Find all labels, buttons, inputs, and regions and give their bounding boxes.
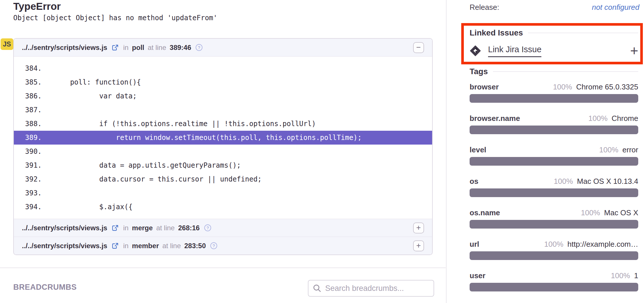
tag-distribution-bar[interactable] xyxy=(470,220,638,229)
search-icon xyxy=(312,284,322,293)
tag-row: url 100% http://example.com… xyxy=(470,240,638,271)
frame-line-number: 389:46 xyxy=(170,44,191,52)
active-frame-header: ../../sentry/scripts/views.js in poll at… xyxy=(14,39,432,57)
tag-distribution-bar[interactable] xyxy=(470,157,638,166)
section-divider xyxy=(0,268,446,268)
line-number-gutter: 390. xyxy=(14,145,41,158)
link-jira-row: Link Jira Issue + xyxy=(470,43,638,59)
tags-heading: Tags xyxy=(470,67,638,76)
tag-percent: 100% xyxy=(553,83,572,91)
tag-value: Mac OS X xyxy=(604,208,638,217)
expand-frame-button[interactable]: + xyxy=(413,222,424,233)
error-type-title: TypeError xyxy=(13,1,61,12)
tags-heading-label: Tags xyxy=(470,67,488,76)
tag-row: os 100% Mac OS X 10.13.4 xyxy=(470,177,638,208)
tag-key-link[interactable]: user xyxy=(470,271,485,280)
tag-key-link[interactable]: os xyxy=(470,177,478,186)
tag-row: browser 100% Chrome 65.0.3325 xyxy=(470,83,638,114)
frame-line-number: 268:16 xyxy=(178,224,200,232)
frame-in-label: in xyxy=(123,242,129,250)
collapsed-frame[interactable]: ../../sentry/scripts/views.js in member … xyxy=(14,237,432,255)
file-path-link[interactable]: ../../sentry/scripts/views.js xyxy=(22,224,107,232)
line-number-gutter: 385. xyxy=(14,75,41,89)
tag-percent: 100% xyxy=(581,208,600,217)
frame-atline-label: at line xyxy=(156,224,175,232)
help-icon[interactable]: ? xyxy=(195,44,203,51)
sidebar: Release: not configured Linked Issues Li… xyxy=(446,0,644,303)
frame-function-name: poll xyxy=(132,44,144,52)
code-line: 394. $.ajax({ xyxy=(14,200,432,214)
help-icon[interactable]: ? xyxy=(204,224,212,232)
error-message: Object [object Object] has no method 'up… xyxy=(13,14,217,22)
tag-percent: 100% xyxy=(544,240,564,249)
code-line: 385. poll: function(){ xyxy=(14,75,432,89)
link-jira-issue-link[interactable]: Link Jira Issue xyxy=(488,45,541,57)
external-link-icon[interactable] xyxy=(111,224,119,232)
frame-function-name: merge xyxy=(132,224,153,232)
frame-atline-label: at line xyxy=(148,44,166,52)
help-icon[interactable]: ? xyxy=(210,242,218,250)
linked-issues-heading-label: Linked Issues xyxy=(470,28,523,38)
line-number-gutter: 394. xyxy=(14,200,41,214)
frame-function-name: member xyxy=(132,242,159,250)
tag-value: Mac OS X 10.13.4 xyxy=(577,177,638,186)
tag-value: Chrome xyxy=(612,114,638,123)
release-label: Release: xyxy=(470,3,499,12)
tag-distribution-bar[interactable] xyxy=(470,94,638,103)
tag-key-link[interactable]: url xyxy=(470,240,479,249)
code-text: data = app.utils.getQueryParams(); xyxy=(41,158,241,172)
add-linked-issue-button[interactable]: + xyxy=(630,44,638,58)
expand-frame-button[interactable]: + xyxy=(413,240,424,251)
breadcrumbs-search-box[interactable] xyxy=(308,280,434,297)
collapse-frame-button[interactable]: − xyxy=(413,42,424,53)
stacktrace-frame-card: ../../sentry/scripts/views.js in poll at… xyxy=(13,38,433,255)
file-path-link[interactable]: ../../sentry/scripts/views.js xyxy=(22,44,107,52)
svg-text:?: ? xyxy=(198,45,200,50)
tag-distribution-bar[interactable] xyxy=(470,283,638,291)
tag-key-link[interactable]: browser.name xyxy=(470,114,520,123)
release-not-configured-link[interactable]: not configured xyxy=(592,3,639,12)
tag-percent: 100% xyxy=(599,145,619,154)
tag-row: level 100% error xyxy=(470,145,638,177)
tags-list: browser 100% Chrome 65.0.3325 browser.na… xyxy=(470,83,638,303)
code-line: 391. data = app.utils.getQueryParams(); xyxy=(14,158,432,172)
code-text: $.ajax({ xyxy=(41,200,133,214)
tag-value: http://example.com… xyxy=(567,240,638,249)
linked-issues-heading: Linked Issues xyxy=(470,28,638,38)
code-context: 384. 385. poll: function(){ 386. var dat… xyxy=(14,57,432,219)
frame-in-label: in xyxy=(123,224,129,232)
breadcrumbs-search-input[interactable] xyxy=(325,284,430,293)
frame-atline-label: at line xyxy=(162,242,181,250)
line-number-gutter: 392. xyxy=(14,172,41,186)
line-number-gutter: 393. xyxy=(14,186,41,200)
line-number-gutter: 391. xyxy=(14,158,41,172)
breadcrumbs-heading: BREADCRUMBS xyxy=(13,283,77,292)
tag-percent: 100% xyxy=(611,271,630,280)
tag-percent: 100% xyxy=(554,177,573,186)
platform-js-badge: JS xyxy=(1,38,13,50)
code-line: 386. var data; xyxy=(14,89,432,103)
tag-distribution-bar[interactable] xyxy=(470,188,638,197)
code-line: 393. xyxy=(14,186,432,200)
line-number-gutter: 386. xyxy=(14,89,41,103)
external-link-icon[interactable] xyxy=(111,242,119,250)
line-number-gutter: 384. xyxy=(14,61,41,75)
tag-distribution-bar[interactable] xyxy=(470,251,638,260)
heading-rule xyxy=(493,71,638,72)
code-text: var data; xyxy=(41,89,137,103)
collapsed-frame[interactable]: ../../sentry/scripts/views.js in merge a… xyxy=(14,219,432,237)
tag-key-link[interactable]: browser xyxy=(470,83,499,91)
external-link-icon[interactable] xyxy=(111,44,119,51)
tag-key-link[interactable]: level xyxy=(470,145,486,154)
code-line: 389. return window.setTimeout(this.poll,… xyxy=(14,131,432,145)
tag-distribution-bar[interactable] xyxy=(470,126,638,134)
file-path-link[interactable]: ../../sentry/scripts/views.js xyxy=(22,242,107,250)
line-number-gutter: 387. xyxy=(14,103,41,117)
tag-row: user 100% 1 xyxy=(470,271,638,303)
svg-text:?: ? xyxy=(206,226,209,230)
code-text: if (!this.options.realtime || !this.opti… xyxy=(41,117,316,131)
tag-key-link[interactable]: os.name xyxy=(470,208,500,217)
code-line: 388. if (!this.options.realtime || !this… xyxy=(14,117,432,131)
code-line: 387. xyxy=(14,103,432,117)
tag-value: error xyxy=(622,145,638,154)
